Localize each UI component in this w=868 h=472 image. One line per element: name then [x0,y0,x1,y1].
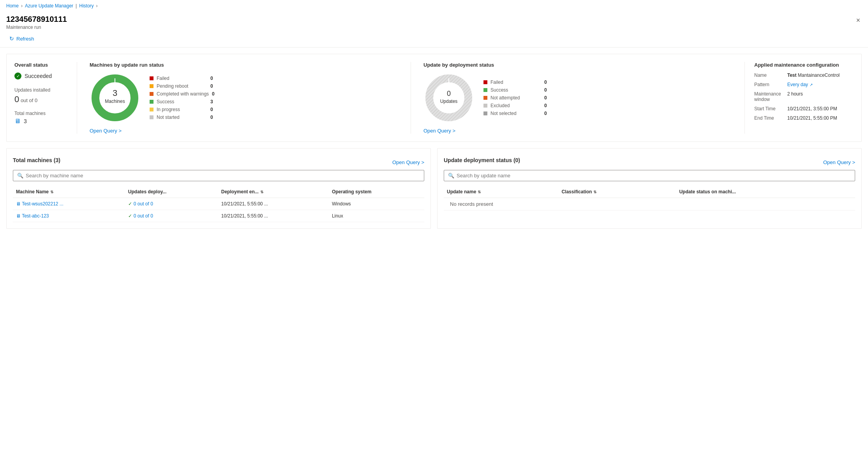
legend-completed-warnings: Completed with warnings 0 [150,91,215,97]
legend-in-progress: In progress 0 [150,107,215,112]
no-records-cell: No records present [444,198,855,210]
updates-installed-out-of-text: out of 0 [21,97,37,103]
update-search-input[interactable] [457,173,851,179]
total-machines-metric: Total machines 🖥 3 [14,111,67,125]
machine-search-input[interactable] [26,173,420,179]
pattern-value[interactable]: Every day ↗ [787,82,854,87]
success-icon-1: ✓ [128,201,132,207]
updates-donut-container: 0 Updates Failed 0 Success 0 [423,72,732,123]
machine-icon-small: 🖥 [16,201,21,207]
no-records-text: No records present [447,198,496,210]
success-icon-2: ✓ [128,213,132,219]
external-link-icon: ↗ [810,83,813,87]
table-row: 🖥 Test-wsus202212 ... ✓ 0 out of 0 10/21… [13,198,424,210]
os-cell-1: Windows [329,198,424,210]
table-row-empty: No records present [444,198,855,210]
total-machines-value: 3 [24,118,27,124]
machines-open-query[interactable]: Open Query > [90,128,122,134]
col-machine-name: Machine Name ⇅ [13,186,125,198]
upd-legend-excluded-dot [483,104,487,108]
updates-cell-1: ✓ 0 out of 0 [125,198,218,210]
breadcrumb: Home › Azure Update Manager | History › [0,0,868,12]
legend-pending-reboot: Pending reboot 0 [150,83,215,89]
col-classification: Classification ⇅ [558,186,676,198]
upd-legend-not-attempted: Not attempted 0 [483,95,547,101]
legend-failed-dot [150,76,153,80]
legend-completed-warnings-dot [150,92,153,96]
machine-name-link-1[interactable]: Test-wsus202212 ... [22,201,64,207]
end-label: End Time [754,115,781,121]
legend-failed: Failed 0 [150,76,215,81]
refresh-button[interactable]: ↻ Refresh [6,34,37,43]
machine-name-cell: 🖥 Test-wsus202212 ... [13,198,125,210]
updates-link-1[interactable]: 0 out of 0 [134,201,153,207]
end-value: 10/21/2021, 5:55:00 PM [787,115,854,121]
updates-table-open-query[interactable]: Open Query > [823,159,855,165]
upd-legend-success: Success 0 [483,87,547,93]
breadcrumb-history[interactable]: History [79,3,94,9]
toolbar: ↻ Refresh [0,30,868,48]
overall-status-title: Overall status [14,62,67,68]
machine-search-box: 🔍 [13,170,424,181]
machine-name-sort-icon[interactable]: ⇅ [50,190,53,194]
machines-table-open-query[interactable]: Open Query > [392,159,424,165]
machines-chart-title: Machines by update run status [90,62,398,68]
page-title: 12345678910111 [6,15,67,24]
window-value: 2 hours [787,91,854,97]
updates-table-header: Update deployment status (0) Open Query … [444,155,855,165]
updates-donut-chart: 0 Updates [423,72,474,123]
machine-name-cell-2: 🖥 Test-abc-123 [13,210,125,222]
updates-installed-metric: Updates installed 0 out of 0 [14,87,67,104]
updates-link-2[interactable]: 0 out of 0 [134,213,153,219]
maintenance-config-section: Applied maintenance configuration Name T… [745,62,854,134]
machine-icon: 🖥 [14,118,21,125]
name-main: MantainanceControl [798,72,840,78]
col-update-name: Update name ⇅ [444,186,558,198]
table-row: 🖥 Test-abc-123 ✓ 0 out of 0 10/21/2021, … [13,210,424,222]
upd-legend-failed: Failed 0 [483,80,547,85]
breadcrumb-azure-update-manager[interactable]: Azure Update Manager [25,3,73,9]
breadcrumb-home[interactable]: Home [6,3,19,9]
close-button[interactable]: × [854,15,862,26]
machines-legend: Failed 0 Pending reboot 0 Completed with… [150,76,215,120]
machines-chart-section: Machines by update run status 3 Machines… [77,62,411,134]
svg-text:0: 0 [447,90,451,97]
machines-table-card: Total machines (3) Open Query > 🔍 Machin… [6,148,431,229]
overall-status-section: Overall status ✓ Succeeded Updates insta… [14,62,77,134]
deployment-end-sort-icon[interactable]: ⇅ [260,190,263,194]
update-search-box: 🔍 [444,170,855,181]
legend-not-started: Not started 0 [150,115,215,120]
name-label: Name [754,72,781,78]
svg-text:3: 3 [113,88,117,98]
legend-success-dot [150,100,153,104]
page-header: 12345678910111 Maintenance run × [0,12,868,30]
updates-chart-title: Update by deployment status [423,62,732,68]
os-cell-2: Linux [329,210,424,222]
start-value: 10/21/2021, 3:55:00 PM [787,106,854,111]
col-updates-deploy: Updates deploy... [125,186,218,198]
maintenance-config-title: Applied maintenance configuration [754,62,854,68]
bottom-tables-row: Total machines (3) Open Query > 🔍 Machin… [6,148,862,229]
classification-sort-icon[interactable]: ⇅ [593,190,596,194]
update-name-sort-icon[interactable]: ⇅ [478,190,481,194]
updates-installed-value: 0 [14,94,19,104]
summary-card: Overall status ✓ Succeeded Updates insta… [6,54,862,142]
deployment-end-cell-2: 10/21/2021, 5:55:00 ... [218,210,329,222]
status-value: Succeeded [25,73,52,79]
legend-not-started-dot [150,115,153,119]
upd-legend-failed-dot [483,80,487,84]
upd-legend-excluded: Excluded 0 [483,103,547,108]
updates-cell-2: ✓ 0 out of 0 [125,210,218,222]
col-update-status: Update status on machi... [676,186,855,198]
page-subtitle: Maintenance run [6,25,67,30]
machine-name-link-2[interactable]: Test-abc-123 [22,213,49,219]
status-succeeded: ✓ Succeeded [14,72,67,80]
updates-legend: Failed 0 Success 0 Not attempted 0 [483,80,547,116]
machines-donut-chart: 3 Machines [90,72,140,123]
name-value: Test MantainanceControl [787,72,854,78]
main-content: Overall status ✓ Succeeded Updates insta… [0,48,868,235]
updates-table-title: Update deployment status (0) [444,157,520,163]
col-deployment-end: Deployment en... ⇅ [218,186,329,198]
updates-open-query[interactable]: Open Query > [423,128,455,134]
machine-icon-small-2: 🖥 [16,213,21,219]
